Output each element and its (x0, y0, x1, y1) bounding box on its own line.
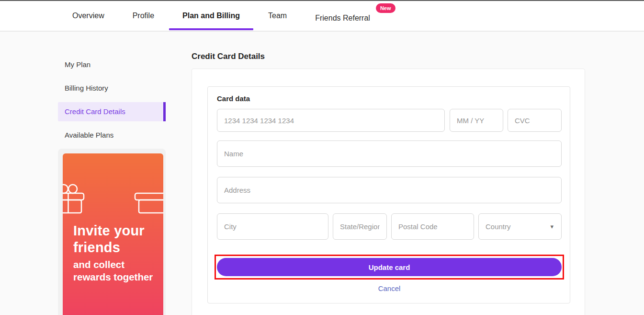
country-select-placeholder: Country (486, 222, 511, 231)
name-input[interactable] (217, 140, 562, 167)
city-row: Country ▾ (217, 213, 562, 240)
referral-promo-container: Invite your friends and collect rewards … (58, 149, 166, 315)
gift-icon-left (63, 185, 84, 213)
address-row (217, 177, 562, 203)
tab-plan-and-billing[interactable]: Plan and Billing (169, 1, 253, 31)
sidebar-item-available-plans[interactable]: Available Plans (58, 126, 166, 145)
settings-tab-bar: Overview Profile Plan and Billing Team F… (0, 0, 644, 32)
country-select[interactable]: Country ▾ (478, 213, 562, 240)
city-input[interactable] (217, 213, 328, 240)
expiry-input[interactable] (450, 109, 503, 132)
tab-friends-referral[interactable]: Friends Referral New (315, 1, 370, 31)
promo-text: Invite your friends and collect rewards … (63, 216, 163, 283)
gift-icons (63, 168, 163, 216)
billing-sidebar: My Plan Billing History Credit Card Deta… (58, 55, 166, 149)
promo-subtitle: and collect rewards together (73, 258, 154, 283)
postal-code-input[interactable] (391, 213, 474, 240)
cancel-link[interactable]: Cancel (208, 284, 571, 292)
tab-overview[interactable]: Overview (72, 1, 104, 31)
referral-promo-banner[interactable]: Invite your friends and collect rewards … (63, 153, 163, 315)
credit-card-details-panel: Card data Country ▾ Update card Cancel (192, 69, 585, 315)
promo-title: Invite your friends (73, 222, 154, 256)
card-data-label: Card data (217, 94, 250, 103)
sidebar-item-billing-history[interactable]: Billing History (58, 79, 166, 98)
name-row (217, 140, 562, 167)
address-input[interactable] (217, 177, 562, 203)
cvc-input[interactable] (508, 109, 562, 132)
tab-team[interactable]: Team (268, 1, 287, 31)
tab-profile[interactable]: Profile (133, 1, 154, 31)
page-title: Credit Card Details (192, 50, 265, 63)
card-number-input[interactable] (217, 109, 445, 132)
sidebar-item-credit-card-details[interactable]: Credit Card Details (58, 102, 166, 121)
card-number-row (217, 109, 562, 132)
sidebar-item-my-plan[interactable]: My Plan (58, 55, 166, 74)
update-card-button[interactable]: Update card (217, 258, 562, 276)
card-data-form: Card data Country ▾ Update card Cancel (207, 86, 570, 303)
tab-friends-referral-label: Friends Referral (315, 14, 370, 23)
state-region-input[interactable] (333, 213, 387, 240)
new-badge: New (376, 3, 395, 13)
chevron-down-icon: ▾ (550, 223, 554, 230)
gift-icon-right (135, 193, 163, 213)
